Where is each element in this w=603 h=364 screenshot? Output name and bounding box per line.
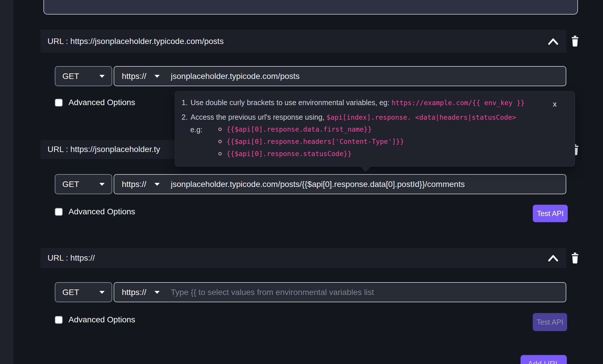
tooltip-example-3-code: {{$api[0].response.statusCode}} bbox=[226, 150, 351, 158]
chevron-down-icon bbox=[99, 291, 105, 294]
advanced-options-label-1: Advanced Options bbox=[68, 98, 135, 107]
test-api-button-3[interactable]: Test API bbox=[533, 313, 567, 331]
method-select-1-value: GET bbox=[62, 72, 79, 81]
advanced-options-label-2: Advanced Options bbox=[68, 207, 135, 216]
url-input-group-3: https:// bbox=[114, 282, 566, 302]
chevron-down-icon bbox=[99, 183, 105, 186]
tooltip-item-1-number: 1. bbox=[182, 98, 188, 107]
protocol-select-1[interactable]: https:// bbox=[122, 72, 146, 81]
delete-url-trash-icon[interactable] bbox=[570, 252, 580, 264]
advanced-options-checkbox-2[interactable] bbox=[55, 208, 63, 216]
method-select-3[interactable]: GET bbox=[55, 282, 112, 302]
tooltip-item-1-code: https://example.com/{{ env_key }} bbox=[391, 99, 525, 107]
chevron-down-icon[interactable] bbox=[154, 291, 160, 294]
tooltip-close-icon[interactable]: x bbox=[553, 100, 557, 109]
tooltip-item-2: 2.Access the previous url's response usi… bbox=[182, 113, 516, 121]
method-select-1[interactable]: GET bbox=[55, 66, 112, 86]
tooltip-arrow-down bbox=[360, 160, 371, 172]
tooltip-example-3: {{$api[0].response.statusCode}} bbox=[218, 150, 351, 158]
tooltip-item-1: 1.Use double curly brackets to use envir… bbox=[182, 98, 525, 107]
delete-url-trash-icon[interactable] bbox=[570, 35, 580, 47]
tooltip-eg-label: e.g: bbox=[190, 126, 203, 134]
url-input-2[interactable] bbox=[170, 179, 558, 189]
url-header-3-text: URL : https:// bbox=[48, 253, 95, 263]
previous-section-card bbox=[43, 0, 578, 15]
chevron-down-icon[interactable] bbox=[154, 183, 160, 186]
tooltip-item-2-code: $api[index].response. <data|headers|stat… bbox=[326, 114, 516, 121]
url-input-1[interactable] bbox=[170, 71, 558, 81]
test-api-button-2[interactable]: Test API bbox=[533, 205, 568, 222]
advanced-options-row-2: Advanced Options bbox=[55, 207, 135, 216]
bullet-circle-icon bbox=[218, 140, 222, 143]
tooltip-example-1: {{$api[0].response.data.first_name}} bbox=[218, 125, 372, 133]
method-select-3-value: GET bbox=[62, 288, 79, 297]
chevron-down-icon bbox=[99, 75, 105, 78]
url-header-2-text: URL : https://jsonplaceholder.ty bbox=[48, 145, 160, 154]
tooltip-example-2-code: {{$api[0].response.headers['Content-Type… bbox=[226, 138, 404, 145]
chevron-down-icon[interactable] bbox=[154, 75, 160, 78]
url-header-1[interactable]: URL : https://jsonplaceholder.typicode.c… bbox=[41, 30, 566, 53]
tooltip-example-1-code: {{$api[0].response.data.first_name}} bbox=[226, 126, 372, 133]
tooltip-item-1-text: Use double curly brackets to use environ… bbox=[191, 98, 389, 107]
advanced-options-row-3: Advanced Options bbox=[55, 315, 135, 324]
advanced-options-checkbox-1[interactable] bbox=[55, 99, 63, 107]
protocol-select-3[interactable]: https:// bbox=[122, 288, 146, 297]
bullet-circle-icon bbox=[218, 152, 222, 156]
bullet-circle-icon bbox=[218, 128, 222, 131]
advanced-options-checkbox-3[interactable] bbox=[55, 316, 63, 324]
advanced-options-label-3: Advanced Options bbox=[68, 315, 135, 324]
url-input-group-2: https:// bbox=[114, 174, 566, 194]
url-header-1-text: URL : https://jsonplaceholder.typicode.c… bbox=[48, 37, 224, 46]
left-edge-strip bbox=[0, 0, 13, 364]
url-input-group-1: https:// bbox=[114, 66, 566, 86]
tooltip-item-2-number: 2. bbox=[182, 113, 188, 121]
method-select-2-value: GET bbox=[62, 180, 79, 189]
tooltip-item-2-text: Access the previous url's response using… bbox=[191, 113, 324, 121]
url-header-3[interactable]: URL : https:// bbox=[41, 248, 566, 268]
advanced-options-row-1: Advanced Options bbox=[55, 98, 135, 107]
api-url-builder-page: URL : https://jsonplaceholder.typicode.c… bbox=[0, 0, 603, 364]
url-input-3[interactable] bbox=[170, 287, 558, 297]
tooltip-example-2: {{$api[0].response.headers['Content-Type… bbox=[218, 137, 404, 146]
add-url-button[interactable]: Add URL bbox=[521, 355, 567, 364]
collapse-chevron-up-icon[interactable] bbox=[547, 254, 559, 262]
collapse-chevron-up-icon[interactable] bbox=[547, 37, 559, 46]
method-select-2[interactable]: GET bbox=[55, 174, 112, 194]
env-variables-help-tooltip: 1.Use double curly brackets to use envir… bbox=[175, 91, 575, 167]
protocol-select-2[interactable]: https:// bbox=[122, 180, 146, 189]
